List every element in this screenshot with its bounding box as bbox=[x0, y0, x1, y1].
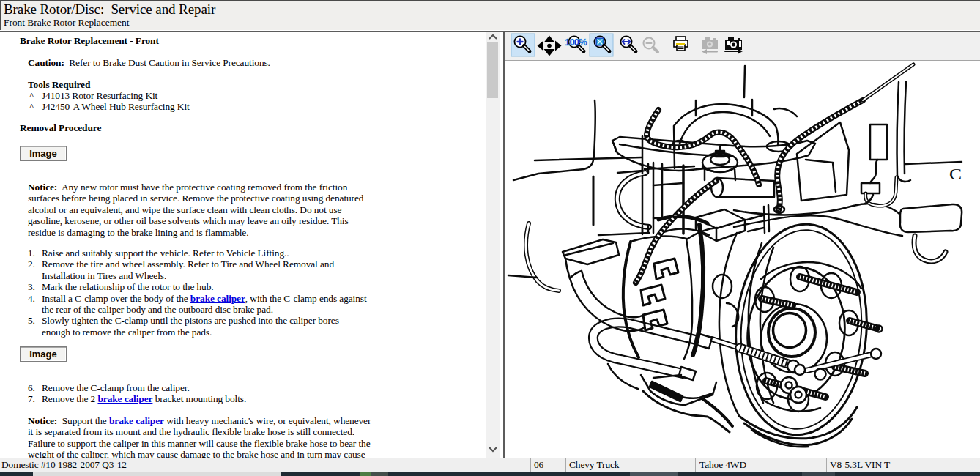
svg-text:100%: 100% bbox=[565, 37, 587, 48]
svg-text:C: C bbox=[949, 166, 962, 182]
